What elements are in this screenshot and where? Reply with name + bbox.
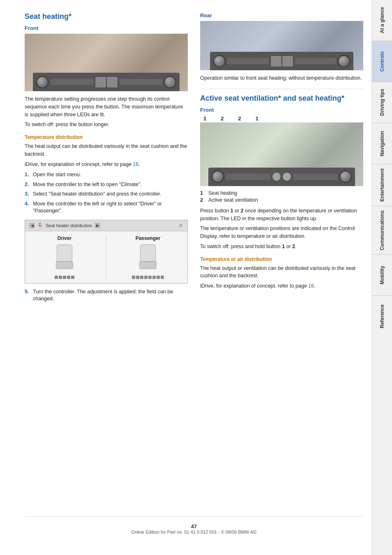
vent-num-2b: 2 [238,115,241,122]
strip-2 [120,79,163,85]
driver-label: Driver [58,235,72,241]
left-column: Seat heating* Front [25,12,188,508]
temp-dist-desc1: The heat output can be distributed vario… [25,143,188,158]
step-2: 2. Move the controller to the left to op… [25,181,188,189]
close-icon[interactable]: ✕ [178,222,183,229]
sidebar-item-communications[interactable]: Communications [372,206,392,255]
passenger-label: Passenger [136,235,161,241]
sidebar-item-driving-tips[interactable]: Driving tips [372,82,392,123]
steps-list: 1. Open the start menu. 2. Move the cont… [25,171,188,215]
sidebar-label-entertainment: Entertainment [378,164,387,206]
sidebar-label-reference: Reference [378,300,387,332]
section-title: Seat heating* [25,12,188,21]
seat-divider [106,235,106,279]
sidebar-item-mobility[interactable]: Mobility [372,255,392,296]
seat-dist-body: Driver [25,231,187,283]
rear-seat-image [200,21,363,70]
temp-air-title: Temperature or air distribution [200,256,363,262]
temp-air-desc2: iDrive, for explanation of concept, refe… [200,282,363,290]
passenger-progress [132,276,164,279]
indicated-desc: The temperature or ventilation positions… [200,225,363,240]
passenger-col: Passenger [113,235,183,279]
step-4: 4. Move the controller to the left or ri… [25,200,188,215]
press-desc: Press button 1 or 2 once depending on th… [200,207,363,223]
seat-icon: 🪑 [37,223,43,228]
sidebar-label-controls: Controls [378,47,387,76]
page-link-16[interactable]: 16 [133,161,138,167]
page-number: 47 [25,523,363,530]
sidebar-label-driving-tips: Driving tips [378,85,387,120]
vent-num-2a: 2 [221,115,224,122]
sidebar-item-at-a-glance[interactable]: At a glance [372,0,392,41]
vent-front-subtitle: Front [200,107,363,113]
sidebar: At a glance Controls Driving tips Naviga… [371,0,392,555]
knob-right [164,76,176,88]
passenger-seat-icon [138,244,158,273]
rear-subtitle: Rear [200,12,363,18]
switch-off-2: To switch off: press and hold button 1 o… [200,243,363,251]
vent-ref-list: 1 Seat heating 2 Active seat ventilation [200,190,363,203]
step-1: 1. Open the start menu. [25,171,188,179]
rear-knob-left [213,55,226,67]
rear-strip-1 [227,58,269,64]
sidebar-item-controls[interactable]: Controls [372,41,392,82]
vent-knob-left [212,170,224,183]
temp-dist-title: Temperature distribution [25,134,188,140]
vent-strip-1 [226,174,270,180]
ventilation-front-image [200,122,363,186]
rear-btn-1 [270,55,282,67]
sidebar-label-communications: Communications [378,206,387,254]
rear-btn-2 [282,55,293,67]
btn-2 [106,76,118,88]
front-desc: The temperature setting progresses one s… [25,95,188,118]
seat-dist-header: ◀ 🪑 Seat heater distribution ▶ ✕ [25,220,187,231]
sidebar-item-entertainment[interactable]: Entertainment [372,164,392,206]
vent-ref-1: 1 Seat heating [200,190,363,196]
driver-seat-icon [54,244,75,273]
driver-col: Driver [29,235,100,279]
vent-num-1b: 1 [256,115,258,122]
rear-knob-right [338,55,350,67]
arrow-left-icon[interactable]: ◀ [29,223,35,228]
temp-dist-desc2: iDrive, for explanation of concept, refe… [25,161,188,168]
btn-1 [95,76,106,88]
seat-dist-box: ◀ 🪑 Seat heater distribution ▶ ✕ Driver [25,220,188,283]
sidebar-item-reference[interactable]: Reference [372,296,392,337]
vent-btn-heat [272,172,281,181]
step5-list: 5. Turn the controller. The adjustment i… [25,288,188,303]
step-3: 3. Select "Seat heater distribution" and… [25,191,188,198]
vent-image-container: 1 2 2 1 [200,115,363,186]
page-link-16-2[interactable]: 16 [308,283,314,289]
section2-title: Active seat ventilation* and seat heatin… [200,94,363,103]
footer-text: Online Edition for Part no. 01 41 0 012 … [25,530,363,534]
knob-left [36,76,48,88]
vent-ref-2: 2 Active seat ventilation [200,197,363,203]
rear-strip-2 [295,58,337,64]
section-divider [200,89,363,89]
step-5: 5. Turn the controller. The adjustment i… [25,288,188,303]
sidebar-label-mobility: Mobility [378,262,387,288]
rear-desc: Operation similar to front seat heating;… [200,74,363,82]
driver-progress [55,276,74,279]
vent-strip-2 [293,174,338,180]
switch-off-desc: To switch off: press the button longer. [25,121,188,129]
temp-air-desc1: The heat output or ventilation can be di… [200,265,363,280]
arrow-right-icon[interactable]: ▶ [95,223,100,228]
page-footer: 47 Online Edition for Part no. 01 41 0 0… [25,516,363,539]
vent-knob-right [339,170,352,183]
sidebar-label-at-a-glance: At a glance [378,3,387,37]
vent-btn-vent [282,172,291,181]
right-column: Rear Operation similar to [200,12,363,508]
front-seat-image [25,34,188,91]
sidebar-label-navigation: Navigation [378,127,387,160]
sidebar-item-navigation[interactable]: Navigation [372,123,392,164]
vent-num-1: 1 [203,115,206,122]
front-subtitle: Front [25,25,188,31]
strip-1 [50,79,93,85]
